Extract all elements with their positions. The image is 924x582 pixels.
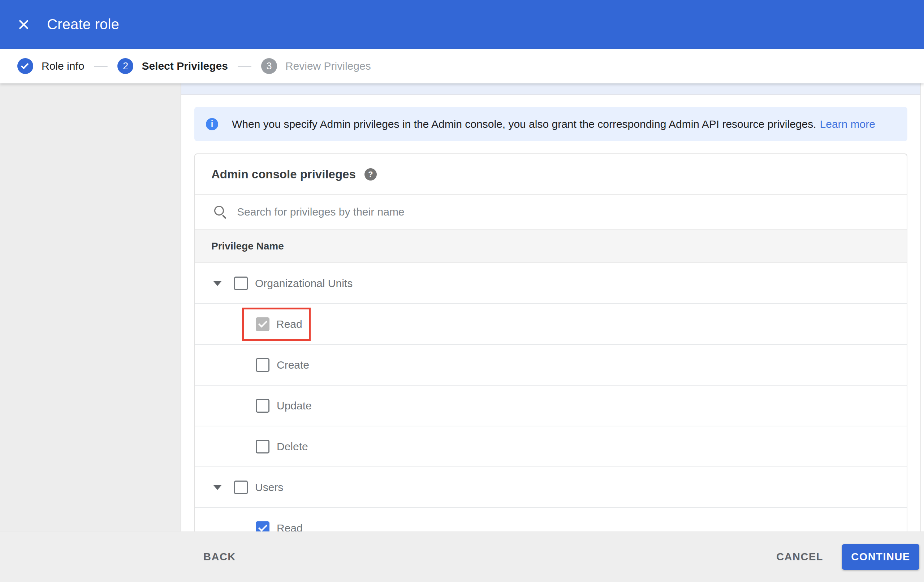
privilege-checkbox[interactable] (234, 277, 248, 290)
card-heading: Admin console privileges ? (195, 154, 907, 195)
privilege-label: Organizational Units (255, 277, 353, 290)
expand-toggle[interactable] (213, 281, 222, 286)
privilege-checkbox[interactable] (256, 399, 269, 413)
step-complete-circle (17, 58, 33, 74)
cancel-button[interactable]: CANCEL (774, 547, 825, 567)
privilege-row[interactable]: Read (195, 508, 907, 531)
step-connector (94, 66, 108, 67)
right-gutter (921, 83, 924, 531)
privilege-label: Read (276, 318, 302, 330)
privilege-row[interactable]: Update (195, 386, 907, 426)
privilege-label: Read (277, 522, 303, 532)
privilege-cell: Organizational Units (222, 277, 353, 290)
search-icon (214, 205, 227, 218)
privilege-label: Create (277, 359, 309, 371)
privilege-row[interactable]: Read (195, 304, 907, 345)
privilege-search-row (195, 195, 907, 230)
privilege-row[interactable]: Delete (195, 426, 907, 467)
scrolled-section-edge (182, 83, 921, 95)
info-banner: i When you specify Admin privileges in t… (194, 107, 908, 141)
privilege-checkbox[interactable] (256, 440, 269, 453)
privilege-label: Delete (277, 440, 308, 453)
annotation-highlight-box: Read (242, 308, 311, 341)
admin-privileges-card: Admin console privileges ? Privilege Nam… (194, 153, 908, 531)
privilege-row[interactable]: Organizational Units (195, 263, 907, 304)
page-title: Create role (47, 16, 119, 33)
step-role-info[interactable]: Role info (17, 58, 84, 74)
privilege-row[interactable]: Create (195, 345, 907, 386)
step-label: Select Privileges (142, 60, 228, 72)
continue-button[interactable]: CONTINUE (842, 544, 919, 570)
privilege-checkbox[interactable] (256, 317, 269, 331)
privilege-label: Users (255, 481, 283, 493)
expand-toggle[interactable] (213, 485, 222, 490)
step-label: Role info (41, 60, 84, 72)
chevron-down-icon (213, 281, 222, 286)
privilege-label: Update (277, 400, 312, 412)
privilege-checkbox[interactable] (256, 358, 269, 372)
info-banner-text: When you specify Admin privileges in the… (232, 118, 816, 130)
column-header-privilege-name: Privilege Name (211, 241, 284, 252)
step-select-privileges[interactable]: 2 Select Privileges (117, 58, 228, 74)
privilege-search-input[interactable] (236, 205, 907, 218)
privilege-cell: Update (195, 399, 312, 413)
content-area: i When you specify Admin privileges in t… (0, 83, 924, 531)
card-title: Admin console privileges (211, 168, 356, 181)
step-number-circle: 3 (261, 58, 277, 74)
privilege-checkbox[interactable] (256, 521, 269, 532)
table-header: Privilege Name (195, 230, 907, 263)
check-icon (21, 61, 29, 69)
stepper: Role info 2 Select Privileges 3 Review P… (0, 49, 924, 83)
info-icon: i (206, 118, 218, 130)
footer-bar: BACK CANCEL CONTINUE (0, 531, 924, 582)
left-background-pane (0, 83, 182, 531)
app-header: Create role (0, 0, 924, 49)
privilege-checkbox[interactable] (234, 481, 248, 494)
scroll-panel: i When you specify Admin privileges in t… (182, 83, 921, 531)
chevron-down-icon (213, 485, 222, 490)
step-connector (238, 66, 251, 67)
step-review-privileges[interactable]: 3 Review Privileges (261, 58, 371, 74)
close-icon[interactable] (16, 17, 31, 32)
privilege-cell: Create (195, 358, 309, 372)
privilege-row[interactable]: Users (195, 467, 907, 508)
learn-more-link[interactable]: Learn more (820, 118, 875, 130)
step-number-circle: 2 (117, 58, 133, 74)
back-button[interactable]: BACK (201, 547, 238, 567)
step-label: Review Privileges (285, 60, 371, 72)
privilege-cell: Delete (195, 440, 308, 453)
privilege-cell: Read (195, 521, 303, 532)
privilege-cell: Users (222, 481, 283, 494)
help-icon[interactable]: ? (365, 168, 377, 181)
privilege-rows: Organizational Units Read Create Update … (195, 263, 907, 531)
